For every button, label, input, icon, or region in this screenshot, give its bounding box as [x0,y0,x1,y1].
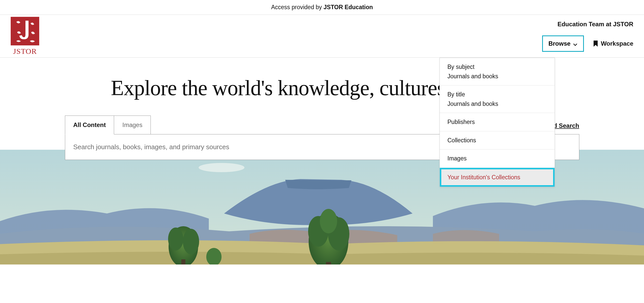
svg-rect-0 [11,17,39,45]
browse-label: Browse [549,40,571,47]
dropdown-item-subtitle: Journals and books [447,99,547,108]
browse-dropdown-button[interactable]: Browse [542,35,584,52]
dropdown-item-title: Publishers [447,118,547,127]
access-provider: JSTOR Education [324,4,373,10]
header: JSTOR Education Team at JSTOR Browse Wor… [0,15,644,58]
logo-j-icon [11,17,39,45]
access-bar: Access provided by JSTOR Education [0,0,644,15]
browse-dropdown-menu: By subject Journals and books By title J… [440,58,555,187]
jstor-logo[interactable]: JSTOR [11,17,39,56]
dropdown-item-title: Collections [447,136,547,145]
svg-point-2 [199,163,244,172]
search-tabs: All Content Images [65,116,151,134]
dropdown-item-subtitle: Journals and books [447,72,547,81]
svg-point-11 [320,209,337,233]
svg-point-5 [168,228,183,250]
dropdown-item-title: Your Institution's Collections [447,173,547,182]
dropdown-item-by-title[interactable]: By title Journals and books [440,85,555,113]
tab-all-content[interactable]: All Content [65,116,114,134]
workspace-label: Workspace [601,40,633,47]
workspace-link[interactable]: Workspace [593,40,633,47]
dropdown-item-title: By title [447,90,547,99]
jstor-logo-icon [11,17,39,45]
dropdown-item-institution-collections[interactable]: Your Institution's Collections [440,168,555,187]
dropdown-item-title: By subject [447,62,547,71]
jstor-logo-text: JSTOR [13,47,37,56]
bookmark-icon [593,41,598,47]
header-right: Education Team at JSTOR Browse Workspace [542,21,633,52]
dropdown-item-collections[interactable]: Collections [440,131,555,150]
svg-rect-7 [181,259,185,264]
dropdown-item-by-subject[interactable]: By subject Journals and books [440,58,555,85]
svg-rect-12 [326,262,331,264]
dropdown-item-publishers[interactable]: Publishers [440,113,555,131]
chevron-down-icon [573,41,578,46]
tab-images[interactable]: Images [114,116,151,134]
nav-row: Browse Workspace [542,35,633,52]
svg-point-6 [183,229,199,254]
dropdown-item-title: Images [447,154,547,163]
access-prefix: Access provided by [271,4,324,10]
user-institution-label[interactable]: Education Team at JSTOR [557,21,633,28]
dropdown-item-images[interactable]: Images [440,149,555,168]
